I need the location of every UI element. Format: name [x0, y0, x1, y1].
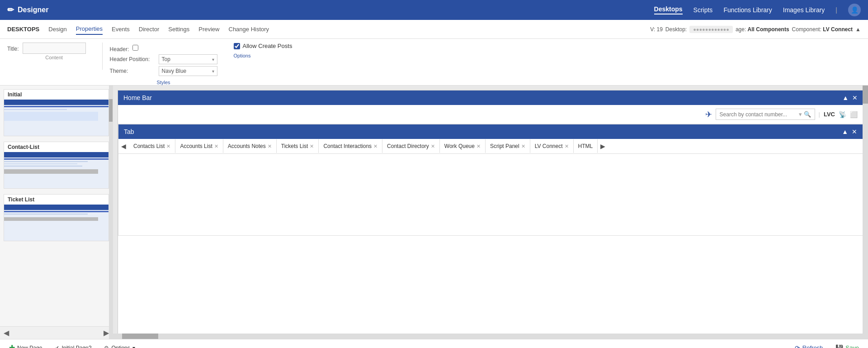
- tab-change-history[interactable]: Change History: [229, 24, 269, 34]
- tab-close-accounts-list[interactable]: ✕: [214, 143, 218, 149]
- sidebar-next-arrow[interactable]: ▶: [104, 329, 109, 337]
- tab-label-lv-connect: LV Connect: [535, 143, 563, 149]
- sidebar-item-contact-list[interactable]: Contact-List: [4, 142, 109, 189]
- sidebar-preview-initial: [4, 100, 108, 136]
- tab-close-work-queue[interactable]: ✕: [476, 143, 481, 149]
- tab-widget-controls: ▲ ✕: [842, 128, 857, 135]
- theme-select[interactable]: Navy Blue ▾: [159, 66, 217, 76]
- nav-item-desktops[interactable]: Desktops: [654, 5, 683, 14]
- tab-close-tickets-list[interactable]: ✕: [310, 143, 314, 149]
- sidebar-preview-contact-list: [4, 152, 108, 188]
- tab-item-contacts-list[interactable]: Contacts List ✕: [129, 139, 175, 153]
- tab-item-contact-interactions[interactable]: Contact Interactions ✕: [319, 139, 382, 153]
- tab-item-accounts-notes[interactable]: Accounts Notes ✕: [223, 139, 277, 153]
- search-dropdown-arrow[interactable]: ▾: [799, 111, 802, 118]
- send-icon[interactable]: ✈: [705, 110, 712, 119]
- refresh-button[interactable]: ⟳ Refresh: [791, 343, 827, 348]
- canvas-hscrollbar[interactable]: [113, 334, 863, 339]
- bottom-right: ⟳ Refresh 💾 Save: [791, 343, 863, 348]
- tab-director[interactable]: Director: [139, 24, 160, 34]
- second-nav-left: DESKTOPS Design Properties Events Direct…: [7, 24, 269, 35]
- tab-close-contacts-list[interactable]: ✕: [166, 143, 170, 149]
- options-label: Options: [234, 53, 292, 58]
- nav-item-functions[interactable]: Functions Library: [723, 6, 772, 14]
- avatar[interactable]: 👤: [848, 4, 861, 16]
- title-input[interactable]: LV Connect: [23, 43, 86, 54]
- header-position-select[interactable]: Top ▾: [159, 54, 217, 64]
- header-position-label: Header Position:: [110, 56, 155, 62]
- sidebar-scrollbar[interactable]: [109, 86, 113, 339]
- tab-close-lv-connect[interactable]: ✕: [565, 143, 569, 149]
- sidebar-item-ticket-list-label: Ticket List: [4, 195, 108, 205]
- header-col: Header: Header Position: Top ▾ Theme: Na…: [110, 43, 217, 85]
- sidebar: Initial Contact-List: [0, 86, 113, 339]
- tab-prev-btn[interactable]: ◀: [118, 139, 129, 153]
- close-icon[interactable]: ✕: [852, 128, 857, 135]
- collapse-btn[interactable]: ▲: [855, 26, 861, 33]
- desktop-value: ●●●●●●●●●●●●: [689, 26, 733, 33]
- sidebar-scroll[interactable]: Initial Contact-List: [0, 86, 113, 326]
- component-label: Component: LV Connect: [792, 26, 853, 33]
- nav-item-scripts[interactable]: Scripts: [693, 6, 713, 14]
- tab-close-contact-interactions[interactable]: ✕: [373, 143, 377, 149]
- tab-properties[interactable]: Properties: [76, 24, 103, 35]
- page-label: age: All Components: [736, 26, 789, 33]
- minimize-icon[interactable]: ▲: [842, 128, 848, 135]
- wifi-icon[interactable]: 📡: [839, 111, 846, 118]
- close-icon[interactable]: ✕: [852, 94, 858, 101]
- desktops-label[interactable]: DESKTOPS: [7, 26, 39, 33]
- tab-item-contact-directory[interactable]: Contact Directory ✕: [382, 139, 440, 153]
- new-page-button[interactable]: ✚ New Page: [5, 342, 46, 348]
- tab-label-work-queue: Work Queue: [444, 143, 475, 149]
- initial-page-label: Initial Page?: [61, 345, 91, 348]
- search-icon[interactable]: 🔍: [804, 111, 811, 118]
- tab-item-work-queue[interactable]: Work Queue ✕: [440, 139, 486, 153]
- tab-events[interactable]: Events: [112, 24, 130, 34]
- sidebar-item-ticket-list[interactable]: Ticket List: [4, 194, 109, 241]
- new-page-label: New Page: [17, 345, 42, 348]
- sidebar-item-initial[interactable]: Initial: [4, 89, 109, 136]
- options-arrow: ▾: [132, 345, 135, 348]
- tab-next-btn[interactable]: ▶: [598, 139, 608, 153]
- tab-item-accounts-list[interactable]: Accounts List ✕: [175, 139, 223, 153]
- second-nav-right: V: 19 Desktop: ●●●●●●●●●●●● age: All Com…: [650, 26, 861, 33]
- plus-icon: ✚: [9, 343, 15, 348]
- version-label: V: 19: [650, 26, 663, 33]
- tab-close-accounts-notes[interactable]: ✕: [268, 143, 272, 149]
- sidebar-prev-arrow[interactable]: ◀: [4, 329, 9, 337]
- tab-label-accounts-notes: Accounts Notes: [228, 143, 266, 149]
- chevron-down-icon: ▾: [212, 57, 214, 62]
- bottom-left: ✚ New Page ✔ Initial Page? ⚙ Options ▾: [5, 342, 139, 348]
- monitor-icon[interactable]: ⬜: [850, 111, 858, 118]
- allow-create-posts-checkbox[interactable]: [234, 43, 240, 49]
- initial-page-button[interactable]: ✔ Initial Page?: [51, 343, 95, 348]
- tab-close-contact-directory[interactable]: ✕: [431, 143, 435, 149]
- header-checkbox[interactable]: [132, 45, 138, 51]
- tab-label-accounts-list: Accounts List: [180, 143, 212, 149]
- check-icon: ✔: [55, 345, 59, 348]
- search-box[interactable]: ▾ 🔍: [716, 109, 815, 120]
- nav-item-images[interactable]: Images Library: [783, 6, 825, 14]
- allow-create-posts-label: Allow Create Posts: [243, 43, 292, 49]
- tab-settings[interactable]: Settings: [168, 24, 189, 34]
- options-button[interactable]: ⚙ Options ▾: [100, 343, 138, 348]
- tab-item-script-panel[interactable]: Script Panel ✕: [486, 139, 530, 153]
- header-section: Header: Header Position: Top ▾ Theme: Na…: [110, 43, 292, 85]
- canvas-vscrollbar[interactable]: [863, 86, 868, 339]
- desktop-label: Desktop:: [665, 26, 687, 33]
- allow-create-posts-row: Allow Create Posts: [234, 43, 292, 49]
- search-input[interactable]: [720, 111, 797, 118]
- header-row: Header:: [110, 43, 217, 52]
- title-label: Title:: [7, 46, 19, 52]
- tab-widget: Tab ▲ ✕ ◀ Contacts List ✕ Accounts List …: [118, 124, 863, 236]
- tab-close-script-panel[interactable]: ✕: [521, 143, 525, 149]
- tab-item-lv-connect[interactable]: LV Connect ✕: [530, 139, 574, 153]
- tab-item-html[interactable]: HTML: [574, 139, 598, 153]
- tab-item-tickets-list[interactable]: Tickets List ✕: [277, 139, 319, 153]
- tab-design[interactable]: Design: [48, 24, 66, 34]
- save-button[interactable]: 💾 Save: [832, 343, 863, 348]
- header-label: Header:: [110, 46, 129, 52]
- tab-preview[interactable]: Preview: [198, 24, 219, 34]
- minimize-icon[interactable]: ▲: [842, 94, 849, 101]
- bottom-bar: ✚ New Page ✔ Initial Page? ⚙ Options ▾ ⟳…: [0, 339, 868, 348]
